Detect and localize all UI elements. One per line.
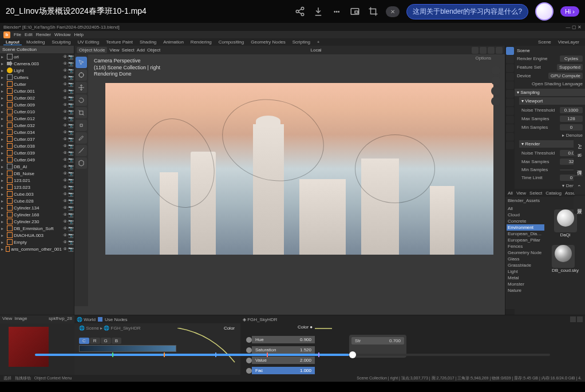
node2-tree[interactable]: ◈ FGH_SkyHDR: [243, 317, 277, 322]
viewport-options[interactable]: Options: [475, 56, 491, 61]
outliner-item[interactable]: ▸Cylinder.168👁📷: [0, 211, 74, 218]
outliner-item[interactable]: ▸123.023👁📷: [0, 184, 74, 191]
asset-category[interactable]: Metal: [507, 275, 544, 281]
node-pin-icon[interactable]: [577, 316, 583, 322]
outliner-item[interactable]: ▸Cutter.032👁📷: [0, 122, 74, 129]
ptab-render-icon[interactable]: [506, 47, 514, 55]
shading-rendered-icon[interactable]: [496, 47, 503, 54]
ws-anim[interactable]: Animation: [161, 39, 186, 45]
more-icon[interactable]: •••: [331, 6, 342, 17]
question-pill[interactable]: 这周关于blender的学习内容是什么?: [406, 4, 528, 19]
tool-measure-icon[interactable]: [76, 145, 87, 156]
ws-comp[interactable]: Compositing: [216, 39, 246, 45]
outliner-item[interactable]: ▸Cutter.010👁📷: [0, 108, 74, 115]
outliner-item[interactable]: ▸Empty👁📷: [0, 239, 74, 246]
ptab-particle-icon[interactable]: [506, 107, 514, 115]
nav-zoom-icon[interactable]: [491, 76, 500, 85]
shading-matprev-icon[interactable]: [488, 47, 495, 54]
outliner-item[interactable]: ▸Cylinder.134👁📷: [0, 204, 74, 211]
outliner-item[interactable]: ▸Cutter👁📷: [0, 81, 74, 88]
outliner-item[interactable]: ▸Cutter.038👁📷: [0, 142, 74, 149]
ptab-data-icon[interactable]: [506, 133, 514, 141]
outliner-item[interactable]: ▸Cutter.012👁📷: [0, 115, 74, 122]
download-icon[interactable]: [313, 6, 324, 17]
tool-addcube-icon[interactable]: [76, 157, 87, 169]
image-editor[interactable]: View Image spkfhvp_28: [0, 315, 74, 375]
asset-category[interactable]: Light: [507, 268, 544, 275]
nav-pan-icon[interactable]: [491, 86, 500, 96]
tool-scale-icon[interactable]: [76, 107, 87, 118]
asset-tab-all[interactable]: All: [508, 191, 513, 196]
ptab-viewlayer-icon[interactable]: [506, 64, 514, 72]
asset-tab-view[interactable]: View: [516, 191, 526, 196]
main-menubar[interactable]: b File Edit Render Window Help: [0, 31, 585, 38]
osl-checkbox[interactable]: Open Shading Language: [532, 81, 583, 86]
asset-category[interactable]: All: [507, 205, 544, 212]
outliner-item[interactable]: ▸Cube.028👁📷: [0, 197, 74, 204]
ws-geo[interactable]: Geometry Nodes: [248, 39, 287, 45]
min-samples-input[interactable]: 0: [560, 124, 583, 130]
viewport-header[interactable]: Object Mode View Select Add Object Local: [74, 46, 505, 54]
crop-icon[interactable]: [367, 6, 379, 17]
asset-tab-select[interactable]: Select: [529, 191, 542, 196]
asset-category[interactable]: Nature: [507, 287, 544, 294]
outliner-item[interactable]: ▸ans_common_other_001👁📷: [0, 246, 74, 252]
asset-tab-catalog[interactable]: Catalog: [546, 191, 562, 196]
ws-render[interactable]: Rendering: [188, 39, 214, 45]
cr-b[interactable]: B: [112, 338, 121, 344]
noise-threshold-input[interactable]: 0.1000: [560, 107, 583, 113]
outliner-item[interactable]: ▸DIAOHUA.003👁📷: [0, 232, 74, 239]
outliner-item[interactable]: ▸Cutters👁📷: [0, 74, 74, 81]
img-menu-image[interactable]: Image: [14, 316, 27, 323]
nav-gizmo[interactable]: [491, 66, 500, 106]
vp-menu-select[interactable]: Select: [122, 47, 135, 53]
ptab-output-icon[interactable]: [506, 56, 514, 64]
progress-bar[interactable]: [35, 354, 550, 356]
asset-browser[interactable]: All View Select Catalog Asset Blender_As…: [505, 189, 585, 309]
cr-c[interactable]: C: [79, 338, 89, 344]
asset-category[interactable]: Glass: [507, 256, 544, 262]
outliner-item[interactable]: ▸123.021👁📷: [0, 177, 74, 184]
viewport-toolbar[interactable]: [74, 54, 88, 306]
ws-add[interactable]: +: [315, 39, 322, 45]
ptab-physics-icon[interactable]: [506, 116, 514, 124]
node-breadcrumb[interactable]: 🌐 Scene ▸ 🌐 FGH_SkyHDR: [79, 326, 141, 331]
outliner-item[interactable]: ▸Cutter.009👁📷: [0, 101, 74, 108]
menu-render[interactable]: Render: [36, 32, 51, 37]
rtab-ai[interactable]: AI看: [574, 137, 585, 156]
outliner-item[interactable]: ▸Cutter.002👁📷: [0, 94, 74, 101]
tool-cursor-icon[interactable]: [76, 69, 87, 81]
close-button[interactable]: ✕: [386, 6, 400, 17]
device-select[interactable]: GPU Compute: [548, 73, 583, 79]
outliner-item[interactable]: ▸Light👁📷: [0, 67, 74, 74]
ptab-scene-icon[interactable]: [506, 73, 514, 81]
tool-annotate-icon[interactable]: [76, 132, 87, 144]
workspace-tabs[interactable]: Layout Modeling Sculpting UV Editing Tex…: [0, 38, 585, 46]
tool-move-icon[interactable]: [76, 82, 87, 93]
outliner-item[interactable]: ▸Cutter.001👁📷: [0, 88, 74, 94]
scene-selector[interactable]: Scene: [536, 39, 554, 45]
asset-category[interactable]: Cloud: [507, 212, 544, 218]
outliner-item[interactable]: ▸DB_AI👁📷: [0, 163, 74, 170]
local-view[interactable]: Local: [311, 47, 322, 53]
render-engine-select[interactable]: Cycles: [560, 56, 583, 62]
vp-menu-add[interactable]: Add: [137, 47, 145, 53]
ws-shading[interactable]: Shading: [137, 39, 159, 45]
asset-category[interactable]: Fences: [507, 243, 544, 250]
outliner-item[interactable]: ▸Cutter.049👁📷: [0, 156, 74, 163]
rtab-courseware[interactable]: 课件: [574, 157, 585, 175]
node-editor-1[interactable]: 🌐 World Use Nodes 🌐 Scene ▸ 🌐 FGH_SkyHDR…: [74, 315, 240, 375]
tool-transform-icon[interactable]: [76, 120, 87, 131]
asset-category[interactable]: Environment: [507, 224, 544, 231]
asset-category[interactable]: Geometrry Node: [507, 250, 544, 256]
outliner-item[interactable]: ▸Cutter.034👁📷: [0, 129, 74, 136]
node-snap-icon[interactable]: [570, 316, 576, 322]
outliner-item[interactable]: ▸Cutter.039👁📷: [0, 149, 74, 156]
menu-window[interactable]: Window: [54, 32, 70, 37]
outliner-item[interactable]: ▸Camera.003👁📷: [0, 60, 74, 67]
ws-modeling[interactable]: Modeling: [24, 39, 47, 45]
hue-slider[interactable]: Hue0.900: [246, 336, 315, 343]
share-icon[interactable]: [294, 6, 306, 17]
mode-selector[interactable]: Object Mode: [77, 47, 107, 53]
vp-menu-view[interactable]: View: [109, 47, 119, 53]
